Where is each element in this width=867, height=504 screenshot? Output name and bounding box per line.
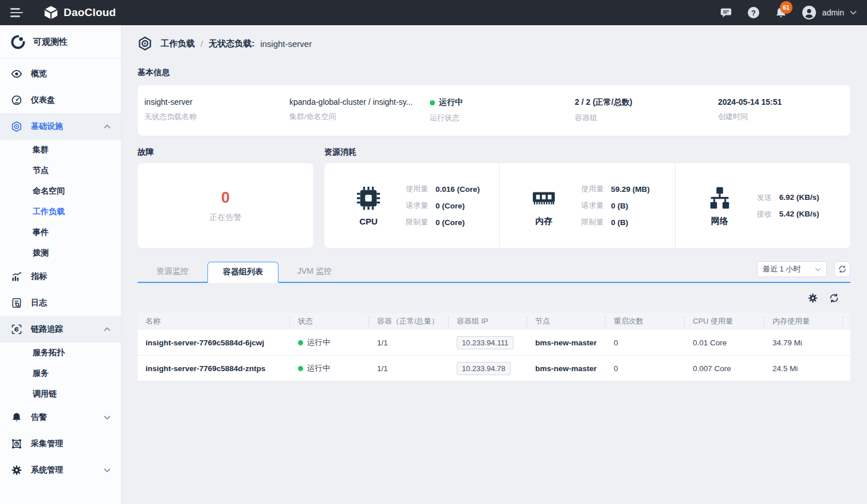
trace-icon: [11, 324, 22, 335]
chevron-down-icon: [104, 468, 111, 472]
alerting-count: 0: [221, 189, 230, 207]
table-row[interactable]: insight-server-7769c5884d-zntps 运行中 1/1 …: [138, 356, 850, 381]
table-header: 名称 状态 容器（正常/总量） 容器组 IP 节点 重启次数 CPU 使用量 内…: [138, 313, 850, 330]
pod-ip-chip: 10.233.94.111: [457, 336, 513, 349]
resource-network: 网络 发送6.92 (KB/s) 接收5.42 (KB/s): [675, 163, 850, 248]
sidebar-item-dashboard[interactable]: 仪表盘: [0, 87, 121, 113]
help-icon[interactable]: ?: [747, 6, 760, 19]
breadcrumb-current-name: insight-server: [260, 39, 312, 49]
user-menu[interactable]: admin: [802, 5, 857, 20]
resource-cpu: CPU 使用量0.016 (Core) 请求量0 (Core) 限制量0 (Co…: [324, 163, 499, 248]
sidebar-item-system-management[interactable]: 系统管理: [0, 457, 121, 483]
chevron-down-icon: [815, 267, 821, 271]
basic-info-title: 基本信息: [138, 68, 850, 78]
sidebar-item-workloads[interactable]: 工作负载: [0, 202, 121, 222]
breadcrumb-root[interactable]: 工作负载: [160, 38, 195, 49]
sidebar-item-overview[interactable]: 概览: [0, 61, 121, 87]
cpu-icon: [355, 185, 382, 211]
sidebar-item-namespaces[interactable]: 命名空间: [0, 181, 121, 202]
product-name: 可观测性: [33, 37, 68, 48]
resource-memory: 内存 使用量59.29 (MB) 请求量0 (B) 限制量0 (B): [499, 163, 674, 248]
log-search-icon: [11, 297, 22, 309]
pod-ip-chip: 10.233.94.78: [457, 362, 511, 375]
resources-card: CPU 使用量0.016 (Core) 请求量0 (Core) 限制量0 (Co…: [324, 163, 850, 248]
tab-resource-monitoring[interactable]: 资源监控: [138, 261, 207, 282]
field-cluster-namespace: kpanda-global-cluster / insight-sy... 集群…: [289, 97, 430, 136]
table-settings-gear-icon[interactable]: [807, 293, 818, 304]
sidebar-item-collection-management[interactable]: 采集管理: [0, 431, 121, 457]
fault-card: 0 正在告警: [138, 163, 313, 248]
brand-logo[interactable]: DaoCloud: [44, 5, 116, 20]
status-dot: [298, 340, 303, 345]
topbar: DaoCloud ? 61 admin: [0, 0, 867, 25]
breadcrumb: 工作负载 / 无状态负载: insight-server: [138, 36, 850, 52]
sidebar-item-nodes[interactable]: 节点: [0, 160, 121, 181]
sidebar-item-metrics[interactable]: 指标: [0, 263, 121, 290]
user-name: admin: [822, 8, 844, 17]
gauge-icon: [11, 94, 22, 106]
status-dot: [430, 100, 435, 105]
tab-jvm-monitoring[interactable]: JVM 监控: [278, 261, 351, 282]
chevron-down-icon: [850, 10, 857, 15]
field-workload-name: insight-server 无状态负载名称: [144, 97, 289, 136]
svg-text:?: ?: [751, 9, 756, 17]
tab-pod-list[interactable]: 容器组列表: [207, 262, 278, 283]
tab-bar: 资源监控 容器组列表 JVM 监控 最近 1 小时: [138, 261, 850, 283]
sidebar-item-tracing[interactable]: 链路追踪: [0, 316, 121, 342]
chevron-up-icon: [104, 327, 111, 332]
memory-icon: [529, 184, 558, 211]
pods-table: 名称 状态 容器（正常/总量） 容器组 IP 节点 重启次数 CPU 使用量 内…: [138, 313, 850, 381]
sidebar-item-services[interactable]: 服务: [0, 363, 121, 384]
notification-bell-icon[interactable]: 61: [774, 6, 788, 19]
sidebar: 可观测性 概览 仪表盘 基础设施 集群 节点 命名空间 工作负载 事件 拨测 指…: [0, 25, 121, 504]
table-row[interactable]: insight-server-7769c5884d-6jcwj 运行中 1/1 …: [138, 330, 850, 356]
sidebar-item-alerts[interactable]: 告警: [0, 404, 121, 431]
breadcrumb-separator: /: [201, 39, 203, 49]
basic-info-card: insight-server 无状态负载名称 kpanda-global-clu…: [138, 85, 850, 136]
table-refresh-icon[interactable]: [829, 293, 839, 304]
brand-name: DaoCloud: [64, 6, 116, 19]
table-toolbar: [138, 283, 850, 313]
daocloud-logo-icon: [44, 5, 58, 20]
alerting-label: 正在告警: [210, 212, 242, 223]
field-pods: 2 / 2 (正常/总数) 容器组: [575, 97, 718, 136]
breadcrumb-type-label: 无状态负载:: [209, 38, 254, 49]
hexagon-icon: [11, 121, 22, 132]
feedback-icon[interactable]: [719, 6, 733, 19]
avatar: [802, 5, 817, 20]
sidebar-item-infrastructure[interactable]: 基础设施: [0, 113, 121, 140]
field-created-at: 2024-05-14 15:51 创建时间: [718, 97, 782, 136]
sidebar-item-logs[interactable]: 日志: [0, 290, 121, 316]
gear-icon: [11, 464, 22, 476]
sidebar-item-service-topology[interactable]: 服务拓扑: [0, 342, 121, 363]
chevron-down-icon: [104, 415, 111, 420]
time-refresh-button[interactable]: [834, 261, 850, 277]
eye-icon: [11, 68, 22, 80]
menu-toggle-icon[interactable]: [10, 8, 23, 17]
field-running-status: 运行中 运行状态: [430, 97, 575, 136]
observability-icon: [10, 34, 26, 50]
sidebar-item-events[interactable]: 事件: [0, 222, 121, 243]
resources-title: 资源消耗: [324, 147, 850, 158]
collector-icon: [11, 438, 22, 450]
divider: [0, 58, 121, 58]
network-icon: [707, 184, 733, 211]
main-content: 工作负载 / 无状态负载: insight-server 基本信息 insigh…: [121, 25, 867, 504]
bell-icon: [11, 412, 22, 423]
chevron-up-icon: [104, 124, 111, 129]
product-header[interactable]: 可观测性: [0, 25, 121, 58]
time-range-select[interactable]: 最近 1 小时: [757, 261, 827, 277]
sidebar-item-clusters[interactable]: 集群: [0, 140, 121, 160]
status-dot: [298, 366, 303, 371]
bar-chart-icon: [11, 271, 22, 282]
workload-hexagon-icon: [138, 36, 152, 51]
sidebar-item-probes[interactable]: 拨测: [0, 243, 121, 263]
fault-title: 故障: [138, 147, 313, 158]
notification-badge: 61: [780, 1, 793, 14]
sidebar-item-call-chain[interactable]: 调用链: [0, 384, 121, 404]
